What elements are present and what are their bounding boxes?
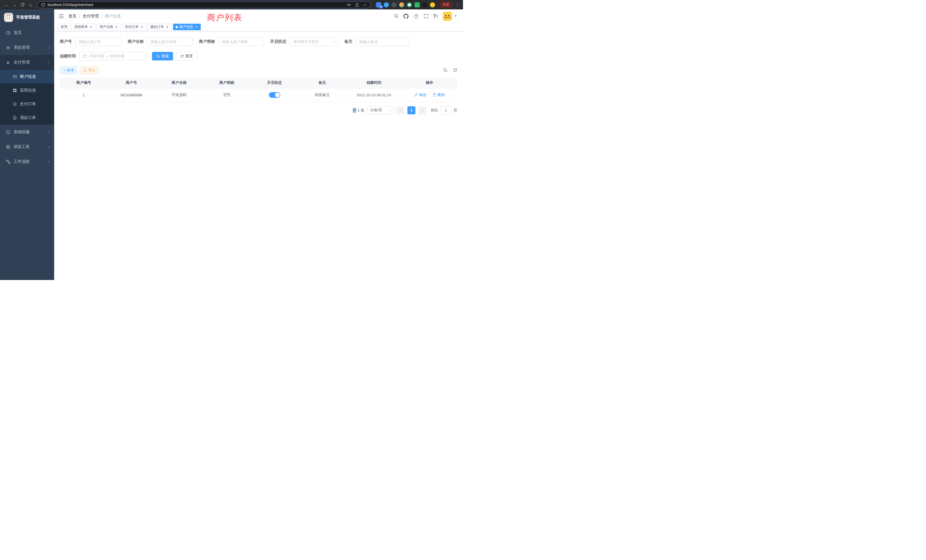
- sidebar-item-infra[interactable]: 基础设施: [0, 125, 54, 139]
- sidebar-item-home[interactable]: 首页: [0, 26, 54, 40]
- cell-full-name: 芋道源码: [155, 88, 203, 102]
- tab-close-icon[interactable]: ×: [115, 25, 118, 29]
- page-number-1[interactable]: 1: [407, 106, 415, 114]
- share-icon[interactable]: [355, 3, 359, 7]
- fullscreen-icon[interactable]: [424, 14, 428, 19]
- reset-button[interactable]: 重置: [176, 52, 197, 61]
- search-icon[interactable]: [393, 14, 399, 19]
- browser-reload-icon[interactable]: [19, 1, 26, 9]
- tab-user-group[interactable]: 用户分组 ×: [97, 24, 121, 30]
- app-title: 芋道管理系统: [16, 15, 40, 20]
- delete-link[interactable]: 删除: [433, 92, 445, 97]
- tab-close-icon[interactable]: ×: [165, 25, 169, 29]
- extension-dark-icon[interactable]: [392, 2, 396, 8]
- sidebar-item-app-info[interactable]: 应用信息: [0, 83, 54, 97]
- extension-green-square-icon[interactable]: [415, 2, 420, 8]
- plus-icon: +: [63, 68, 65, 72]
- sidebar-item-label: 退款订单: [20, 115, 50, 120]
- status-select[interactable]: 请选择开启状态: [290, 37, 338, 46]
- sidebar-item-merchant-info[interactable]: 商户信息: [0, 70, 54, 83]
- tab-label: 首页: [61, 24, 68, 29]
- browser-back-icon[interactable]: ←: [3, 1, 10, 9]
- sidebar-item-workflow[interactable]: 工作流程: [0, 154, 54, 169]
- breadcrumb-separator: /: [79, 14, 80, 18]
- tab-process-form[interactable]: 流程表单 ×: [71, 24, 95, 30]
- sidebar-item-devtools[interactable]: 研发工具: [0, 139, 54, 154]
- user-menu-caret-icon[interactable]: [454, 15, 457, 17]
- short-name-input[interactable]: [222, 39, 260, 44]
- goto-suffix: 页: [454, 108, 457, 113]
- goto-page-input[interactable]: [440, 106, 452, 114]
- browser-update-button[interactable]: 更新: [440, 1, 452, 8]
- extension-drop-icon[interactable]: [384, 2, 389, 8]
- address-bar[interactable]: localhost:1024/pay/merchant ☆: [37, 1, 371, 8]
- cell-remark: 我是备注: [298, 88, 346, 102]
- tab-close-icon[interactable]: ×: [140, 25, 144, 29]
- help-icon[interactable]: ?: [413, 14, 419, 19]
- filter-label: 商户号: [60, 39, 72, 44]
- add-button[interactable]: + 新增: [60, 67, 77, 74]
- status-switch[interactable]: [269, 92, 280, 98]
- sidebar-item-refund-order[interactable]: 退款订单: [0, 111, 54, 125]
- prev-page-button[interactable]: [396, 106, 404, 114]
- cell-merchant-no: M233666999: [107, 88, 155, 102]
- extension-yellow-icon[interactable]: [430, 2, 435, 8]
- browser-menu-icon[interactable]: ⋮: [454, 2, 460, 8]
- extension-avatar-icon[interactable]: [399, 2, 404, 8]
- font-size-icon[interactable]: TT: [433, 14, 438, 18]
- refresh-icon[interactable]: [453, 68, 457, 73]
- merchant-no-input[interactable]: [79, 39, 118, 44]
- site-info-icon[interactable]: [41, 3, 45, 7]
- remark-input[interactable]: [359, 39, 406, 44]
- page-size-select[interactable]: 10条/页: [367, 106, 394, 114]
- filter-row-1: 商户号 商户全称 商户简称 开启状态 请选择开启状态: [60, 37, 457, 46]
- breadcrumb-section[interactable]: 支付管理: [83, 14, 98, 19]
- col-full-name: 商户全称: [155, 77, 203, 88]
- sidebar-item-system[interactable]: 系统管理: [0, 40, 54, 55]
- full-name-input[interactable]: [151, 39, 189, 44]
- github-icon[interactable]: [403, 14, 409, 19]
- export-button[interactable]: 导出: [80, 67, 98, 74]
- omnibox-actions: ☆: [346, 3, 367, 7]
- tab-refund-order[interactable]: 退款订单 ×: [148, 24, 172, 30]
- breadcrumb-home[interactable]: 首页: [68, 14, 76, 19]
- extension-black-icon[interactable]: [422, 2, 427, 8]
- tab-pay-order[interactable]: 支付订单 ×: [122, 24, 146, 30]
- select-placeholder: 请选择开启状态: [293, 39, 319, 44]
- filter-label: 开启状态: [270, 39, 286, 44]
- user-avatar[interactable]: [443, 12, 452, 21]
- document-icon: [12, 115, 17, 120]
- password-key-icon[interactable]: [346, 3, 351, 7]
- tab-close-icon[interactable]: ×: [194, 25, 198, 29]
- edit-link[interactable]: 修改: [414, 92, 427, 97]
- browser-forward-icon[interactable]: →: [11, 1, 18, 9]
- col-status: 开启状态: [251, 77, 298, 88]
- sidebar-item-payment[interactable]: ¥ 支付管理: [0, 55, 54, 70]
- sidebar-item-pay-order[interactable]: 支付订单: [0, 97, 54, 111]
- date-range-picker[interactable]: 开始日期 - 结束日期: [79, 52, 146, 61]
- col-remark: 备注: [298, 77, 346, 88]
- search-button[interactable]: 搜索: [152, 52, 173, 61]
- date-end-placeholder: 结束日期: [109, 54, 124, 59]
- tab-close-icon[interactable]: ×: [89, 25, 93, 29]
- chevron-down-icon: [48, 46, 50, 48]
- tab-label: 流程表单: [74, 24, 88, 29]
- tab-home[interactable]: 首页: [58, 24, 70, 30]
- toggle-search-icon[interactable]: [443, 68, 448, 73]
- browser-home-icon[interactable]: ⌂: [27, 1, 34, 9]
- bookmark-star-icon[interactable]: ☆: [363, 3, 367, 7]
- cell-short-name: 芋艿: [203, 88, 251, 102]
- cell-create-time: 2021-10-23 08:31:14: [346, 88, 402, 102]
- sidebar-toggle-icon[interactable]: [59, 14, 64, 19]
- yen-icon: ¥: [6, 60, 10, 65]
- extension-green-ring-icon[interactable]: [407, 2, 412, 8]
- sidebar-logo[interactable]: 芋道管理系统: [0, 9, 54, 26]
- col-merchant-no: 商户号: [107, 77, 155, 88]
- col-actions: 操作: [402, 77, 457, 88]
- app-frame: 芋道管理系统 首页 系统管理 ¥ 支付管理 商户信息: [0, 9, 463, 280]
- tab-merchant-info[interactable]: 商户信息 ×: [173, 24, 201, 30]
- sidebar-item-label: 支付管理: [14, 60, 44, 65]
- date-start-placeholder: 开始日期: [89, 54, 104, 59]
- next-page-button[interactable]: [418, 106, 426, 114]
- extension-blue-icon[interactable]: 10: [376, 2, 381, 8]
